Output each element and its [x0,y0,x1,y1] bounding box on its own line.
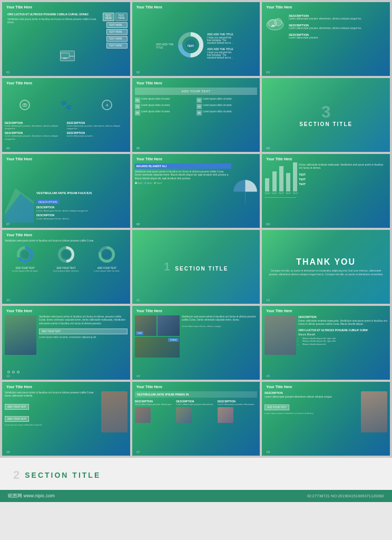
slide-9[interactable]: Your Title Here TEXT TEXT [262,154,390,228]
list-text-4: Lorem ipsum dolor sit amet. [203,104,232,107]
list-text-2: Lorem ipsum dolor sit amet. [203,98,232,101]
slide-17-col3: DESCRIPTION Lorem ullamcorper posuere el… [218,400,258,423]
slide-16[interactable]: Your Title Here Vestibulum ante ipsum pr… [2,382,130,456]
slide-17-col1: DESCRIPTION Lorem ullamcorper posuere el… [135,400,175,423]
slide-13[interactable]: Your Title Here Vestibulum ante ipsum pr… [2,306,130,380]
slide-17[interactable]: Your Title Here VESTIBULUM ANTE IPSUM PR… [132,382,260,456]
slide-10-desc: Vestibulum ante ipsum primis in faucibus… [5,239,128,243]
slide-18-sub: Lorem ipsum primis in faucibus orci luct… [264,412,359,414]
donut-svg-3 [97,245,116,264]
slide-4-desc2-text: Lorem ullamcorper posuere. elementum, ul… [67,124,128,130]
slide-13-text: Vestibulum ante ipsum primis in faucibus… [39,315,128,374]
slide-4-content: 🐾 4 DESCRIPTION Lorem ullamcorper posuer… [5,88,128,147]
slide-1-btn5[interactable]: TEXT HERE [106,36,128,42]
slide-7-desc1-text: Lorem ullamcorper, Donec, ultrices volut… [36,209,128,212]
donut-svg-1 [16,245,34,264]
slide-18-content: DESCRIPTION Lorem ullamcorper posuere el… [264,391,387,450]
slide-2-title: Your Title Here [136,5,162,9]
person-thumb-3 [218,407,233,423]
slide-4-desc3-text: Lorem ullamcorper posuere. elementum, ul… [5,134,65,140]
slide-10-title: Your Title Here [6,233,32,237]
slide-6[interactable]: 3 SECTION TITLE 06 [262,78,390,152]
slide-17-content: VESTIBULUM ANTE IPSUM PRIMIS IN DESCRIPT… [135,391,258,450]
slide-16-number: 16 [6,450,10,454]
slide-9-content: TEXT TEXT TEXT TEXT [264,163,387,223]
slide-15-list: Mauris blandit aliquet elit, eget nibh. … [302,337,387,346]
slide-4-desc4: DESCRIPTION Lorem ullamcorper posuere. [67,131,128,140]
slide-16-desc: Vestibulum ante ipsum primis in faucibus… [5,391,99,398]
slide-17-title: Your Title Here [136,385,162,389]
svg-text:☁: ☁ [271,23,275,27]
slide-14-sub: Lorem ullamcorper Donec, ultrices congue… [182,325,258,328]
slide-11-section: SECTION TITLE [175,266,228,272]
slide-4-desc3: DESCRIPTION Lorem ullamcorper posuere. e… [5,131,65,140]
slide-16-add2-wrapper: ADD YOUR TEXT [5,412,99,422]
slide-12-number: 12 [266,298,270,302]
slide-1-body: Vestibulum ante ipsum primis in faucibus… [7,18,104,25]
slide-7[interactable]: Your Title Here VESTIBULUM ANTE IPSUM FA… [2,154,130,228]
slide-7-number: 07 [6,223,10,226]
slide-16-add-btn[interactable]: ADD YOUR TEXT [5,404,29,410]
slide-14[interactable]: Your Title Here ONE THREE Vestibulum ant… [132,306,260,380]
slide-4-number: 04 [6,147,10,150]
slide-1-btn6[interactable]: TEXT HERE [106,43,128,49]
slide-16-person [101,391,128,432]
slide-1-title: Your Title Here [6,5,32,9]
slide-1-btn4[interactable]: TEXT HERE [106,29,128,35]
thank-you-body: Conuque nisl odio, ac auctor et elementu… [268,269,383,277]
footer-section-title: SECTION TITLE [25,471,101,479]
slide-17-col2: DESCRIPTION Lorem ullamcorper posuere el… [176,400,216,423]
monitor-icon [60,51,75,61]
slide-1-btn2[interactable]: TEXT HERE [115,13,128,21]
slide-13-add-text[interactable]: ADD YOUR TEXT [39,329,128,334]
slide-14-desc: Vestibulum ante ipsum primis in faucibus… [182,315,258,374]
slide-4-paw: 🐾 [60,99,72,111]
slide-6-number: 06 [266,147,270,150]
slide-18-add-btn[interactable]: ADD YOUR TEXT [264,404,289,410]
slide-4[interactable]: Your Title Here 🐾 4 [2,78,130,152]
slide-6-section: SECTION TITLE [299,121,352,127]
slide-9-labels: TEXT TEXT TEXT [299,173,387,186]
slide-11[interactable]: 1 SECTION TITLE 11 [132,230,260,304]
slide-8[interactable]: Your Title Here MAURIS BLANDIT ALI Vesti… [132,154,260,228]
slide-3-descs: DESCRIPTION Lorem ullamcorper posuere. e… [289,14,387,40]
slide-8-pie [233,163,257,223]
thank-you-heading: THANK YOU [268,257,383,267]
slide-10[interactable]: Your Title Here Vestibulum ante ipsum pr… [2,230,130,304]
slide-11-number: 11 [136,298,140,302]
slide-18[interactable]: Your Title Here DESCRIPTION Lorem ullamc… [262,382,390,456]
list-num-3: 03 [135,104,140,109]
slide-5-title: Your Title Here [136,81,162,85]
watermark-bar: 昵图网 www.nipic.com ID:27738721 NO:2019041… [0,490,392,502]
slide-5-content: ADD YOUR TEXT 01 Lorem ipsum dolor sit a… [135,88,258,147]
svg-point-22 [62,250,70,258]
list-text-5: Lorem ipsum dolor sit amet. [141,110,171,113]
donut-1-text: Lorem ipsum dolor sit amet. [12,269,38,272]
slide-13-desc: Vestibulum ante ipsum primis in faucibus… [39,315,128,325]
slide-15[interactable]: Your Title Here DESCRIPTION Donec sollic… [262,306,390,380]
list-num-5: 05 [135,110,140,115]
slide-13-sub: Lorem ipsum dolor sit amet, consectetur … [39,336,128,339]
list-item-5: 05 Lorem ipsum dolor sit amet. [135,110,195,115]
svg-point-25 [103,250,111,258]
slide-2[interactable]: Your Title Here ADD ADD THE TITLE TEXT [132,2,260,76]
slide-16-add-btn2[interactable]: ADD YOUR TEXT [5,416,29,422]
slide-1-btn1[interactable]: TEXT HERE [103,13,115,21]
slide-8-number: 08 [136,223,140,226]
slide-3[interactable]: Your Title Here ☁ DESCRIPTION Lorem ulla… [262,2,390,76]
slide-12[interactable]: THANK YOU Conuque nisl odio, ac auctor e… [262,230,390,304]
list-item-2: 02 Lorem ipsum dolor sit amet. [197,98,257,103]
photo-cell-3: THREE [135,337,180,358]
cloud-icon-container: ☁ [264,14,286,35]
donut-2-text: Lorem ipsum dolor sit amet. [53,269,79,272]
list-text-6: Lorem ipsum dolor sit amet. [203,110,232,113]
slide-14-photo-grid: ONE THREE [135,315,180,358]
col1-text: Lorem ullamcorper posuere elementum. [135,403,175,406]
slide-4-desc1: DESCRIPTION Lorem ullamcorper posuere. e… [5,121,65,130]
slide-1[interactable]: Your Title Here ORO LUCTUS ET ULTRICES P… [2,2,130,76]
slide-7-title: Your Title Here [6,157,32,161]
slide-1-btn3[interactable]: TEXT HERE [106,22,128,28]
slide-6-num: 3 [299,103,352,120]
slide-5[interactable]: Your Title Here ADD YOUR TEXT 01 Lorem i… [132,78,260,152]
slide-7-desc1-title: DESCRIPTION [36,206,128,209]
